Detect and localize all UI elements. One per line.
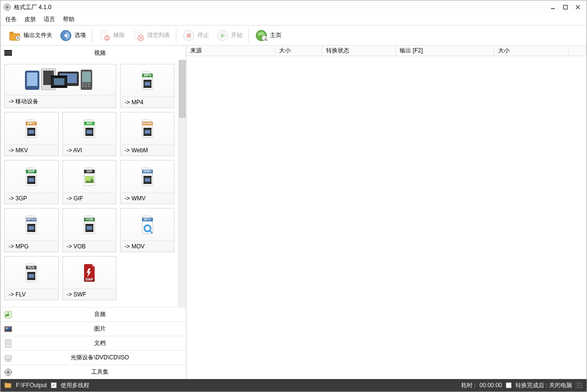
resize-grip-icon[interactable] <box>576 382 583 389</box>
svg-rect-53 <box>143 86 151 87</box>
category-tools[interactable]: 工具集 <box>0 365 186 379</box>
svg-rect-41 <box>88 83 90 85</box>
menu-0[interactable]: 任务 <box>5 15 17 24</box>
svg-rect-119 <box>28 176 28 177</box>
category-video[interactable]: 视频 <box>0 46 186 60</box>
svg-rect-86 <box>86 130 92 133</box>
svg-rect-30 <box>4 55 12 56</box>
app-icon <box>3 3 11 11</box>
svg-rect-164 <box>33 231 34 231</box>
toolbar-label: 移除 <box>113 31 125 39</box>
svg-rect-139 <box>144 176 144 177</box>
svg-rect-172 <box>87 224 87 225</box>
svg-rect-100 <box>143 128 151 129</box>
tile-label: -> GIF <box>63 193 116 204</box>
svg-rect-197 <box>29 279 30 279</box>
elapsed-label: 耗时 : <box>461 381 476 390</box>
svg-rect-196 <box>28 279 28 279</box>
svg-rect-90 <box>90 128 90 129</box>
svg-rect-141 <box>147 176 147 177</box>
svg-rect-46 <box>51 75 67 77</box>
svg-rect-146 <box>147 183 147 183</box>
toolbar-options-button[interactable]: 选项 <box>56 27 89 44</box>
svg-rect-101 <box>143 134 151 135</box>
shutdown-checkbox[interactable] <box>506 382 512 388</box>
svg-rect-198 <box>30 279 31 279</box>
close-button[interactable] <box>572 2 584 12</box>
tile-3gp[interactable]: 3GP-> 3GP <box>4 160 59 204</box>
category-rom[interactable]: 光驱设备\DVD\CD\ISO <box>0 350 186 365</box>
column-source[interactable]: 来源 <box>186 46 275 56</box>
mkv-icon: MKV <box>5 112 58 145</box>
tile-avi[interactable]: AVI-> AVI <box>62 112 117 156</box>
maximize-button[interactable] <box>560 2 571 12</box>
tile-label: -> WMV <box>121 193 174 204</box>
category-audio[interactable]: 音频 <box>0 307 186 321</box>
svg-rect-161 <box>29 231 30 231</box>
tile-wmv[interactable]: WMV-> WMV <box>120 160 174 204</box>
disc-drive-icon <box>3 353 13 363</box>
tile-gif[interactable]: GIF-> GIF <box>62 160 117 204</box>
tile-vob[interactable]: VOB-> VOB <box>62 208 117 252</box>
toolbar-home-button[interactable]: 主页 <box>252 27 284 44</box>
tile-mov[interactable]: MOV-> MOV <box>120 208 174 252</box>
svg-rect-94 <box>88 135 89 135</box>
folder-open-icon[interactable] <box>4 381 12 390</box>
column-size2[interactable]: 大小 <box>494 46 569 56</box>
svg-rect-22 <box>187 34 191 37</box>
svg-rect-40 <box>85 83 87 85</box>
svg-rect-162 <box>30 231 31 231</box>
svg-rect-69 <box>27 134 36 135</box>
tile-flv[interactable]: FLV-> FLV <box>4 256 59 300</box>
svg-text:GIF: GIF <box>86 169 93 173</box>
svg-rect-144 <box>144 183 144 183</box>
tile-label: -> MPG <box>5 241 58 252</box>
svg-rect-177 <box>87 231 87 231</box>
gif-icon: GIF <box>63 160 116 193</box>
svg-rect-140 <box>145 176 146 177</box>
svg-text:FLV: FLV <box>28 265 35 269</box>
svg-rect-62 <box>147 86 147 87</box>
tile-swf[interactable]: SWF-> SWF <box>62 256 117 300</box>
svg-rect-105 <box>147 128 147 129</box>
tile-mkv[interactable]: MKV-> MKV <box>4 112 59 156</box>
multithread-checkbox[interactable]: ✓ <box>51 382 57 388</box>
svg-rect-189 <box>27 278 36 280</box>
category-image[interactable]: 图片 <box>0 321 186 336</box>
svg-rect-78 <box>30 135 31 135</box>
svg-rect-176 <box>86 231 86 231</box>
column-size[interactable]: 大小 <box>275 46 322 56</box>
column-output[interactable]: 输出 [F2] <box>396 46 494 56</box>
menu-1[interactable]: 皮肤 <box>24 15 36 24</box>
document-icon <box>3 339 13 348</box>
menu-3[interactable]: 帮助 <box>63 15 74 24</box>
toolbar-remove-button: 移除 <box>95 27 128 44</box>
column-status[interactable]: 转换状态 <box>322 46 396 56</box>
tile-mp4[interactable]: MP4-> MP4 <box>120 64 174 108</box>
svg-rect-47 <box>51 86 67 88</box>
tile-mobile[interactable]: -> 移动设备 <box>4 64 116 108</box>
svg-rect-61 <box>145 86 146 87</box>
tile-mpg[interactable]: MPEG-> MPG <box>4 208 59 252</box>
minimize-button[interactable] <box>547 2 559 12</box>
scrollbar-track[interactable] <box>178 60 186 307</box>
mov-icon: MOV <box>121 208 174 241</box>
category-document[interactable]: 文档 <box>0 336 186 350</box>
svg-rect-190 <box>29 274 34 277</box>
multithread-label: 使用多线程 <box>61 381 89 390</box>
tile-webm[interactable]: webm-> WebM <box>120 112 174 156</box>
svg-text:VOB: VOB <box>86 217 93 221</box>
menu-2[interactable]: 语言 <box>44 15 55 24</box>
tile-label: -> MKV <box>5 145 58 156</box>
svg-point-213 <box>8 360 9 361</box>
svg-rect-124 <box>28 183 28 183</box>
output-path[interactable]: F:\FFOutput <box>16 382 47 389</box>
svg-rect-92 <box>86 135 86 135</box>
toolbar-output-folder-button[interactable]: 输出文件夹 <box>5 27 55 44</box>
scrollbar-thumb[interactable] <box>179 60 185 118</box>
svg-rect-122 <box>32 176 32 177</box>
window-title: 格式工厂 4.1.0 <box>14 3 547 12</box>
svg-rect-39 <box>82 83 84 85</box>
category-rom-label: 光驱设备\DVD\CD\ISO <box>17 354 183 362</box>
svg-rect-168 <box>86 224 94 225</box>
